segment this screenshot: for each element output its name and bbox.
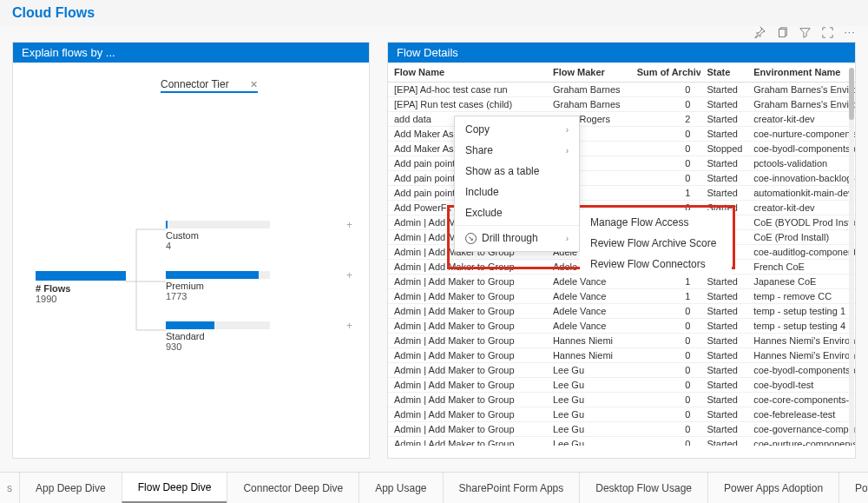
table-cell[interactable]: Lee Gu (547, 363, 631, 378)
table-cell[interactable]: Graham Barnes's Environment (747, 97, 855, 112)
table-cell[interactable]: Admin | Add Maker to Group (388, 319, 547, 334)
table-cell[interactable]: French CoE (747, 260, 855, 275)
col-flow-name[interactable]: Flow Name (388, 63, 547, 83)
table-cell[interactable]: coe-core-components-dev (747, 393, 855, 407)
table-cell[interactable]: 0 (631, 422, 701, 437)
explain-flows-visual[interactable]: Explain flows by ... Connector Tier ✕ # … (12, 42, 370, 459)
tab-flow-deep-dive[interactable]: Flow Deep Dive (122, 473, 228, 503)
table-cell[interactable]: 0 (631, 83, 701, 97)
table-cell[interactable]: 0 (631, 363, 701, 378)
table-cell[interactable]: creator-kit-dev (747, 201, 855, 215)
table-cell[interactable]: coe-byodl-components-dev (747, 142, 855, 156)
tree-root-node[interactable]: # Flows 1990 (36, 271, 126, 304)
table-cell[interactable]: Stopped (700, 142, 747, 156)
expand-icon[interactable]: + (346, 269, 352, 281)
table-cell[interactable]: 0 (631, 393, 701, 407)
tab-app-deep-dive[interactable]: App Deep Dive (19, 473, 122, 503)
table-cell[interactable]: Adele Vance (547, 304, 631, 319)
table-cell[interactable]: Hannes Niemi (547, 348, 631, 363)
filter-icon[interactable] (797, 24, 812, 40)
table-cell[interactable]: Started (700, 348, 747, 363)
more-icon[interactable]: ··· (842, 24, 858, 40)
table-cell[interactable]: Started (700, 112, 747, 127)
table-cell[interactable]: Graham Barnes's Environment (747, 83, 855, 97)
table-cell[interactable]: 0 (631, 407, 701, 422)
table-cell[interactable]: 0 (631, 378, 701, 393)
table-cell[interactable]: Graham Barnes (547, 83, 631, 97)
table-cell[interactable]: temp - remove CC (747, 289, 855, 304)
table-cell[interactable]: Hannes Niemi's Environment (747, 348, 855, 363)
col-archive-score[interactable]: Sum of Archive Score (631, 63, 701, 83)
table-cell[interactable]: Started (700, 319, 747, 334)
table-cell[interactable]: Admin | Add Maker to Group (388, 422, 547, 437)
menu-exclude[interactable]: Exclude (455, 202, 579, 223)
table-cell[interactable]: 0 (631, 142, 701, 156)
table-cell[interactable]: Started (700, 378, 747, 393)
table-cell[interactable]: coe-auditlog-components-dev (747, 245, 855, 260)
table-cell[interactable]: Started (700, 289, 747, 304)
table-cell[interactable]: Started (700, 156, 747, 171)
table-cell[interactable]: Started (700, 275, 747, 289)
table-cell[interactable]: coe-byodl-test (747, 378, 855, 393)
table-row[interactable]: Admin | Add Maker to GroupLee Gu0Started… (388, 393, 855, 407)
close-icon[interactable]: ✕ (250, 79, 258, 90)
table-cell[interactable]: Lee Gu (547, 393, 631, 407)
table-cell[interactable]: Admin | Add Maker to Group (388, 378, 547, 393)
table-cell[interactable]: coe-nurture-components-dev (747, 437, 855, 447)
table-cell[interactable]: pctools-validation (747, 156, 855, 171)
expand-icon[interactable]: + (346, 219, 352, 231)
table-row[interactable]: Admin | Add Maker to GroupLee Gu0Started… (388, 437, 855, 447)
table-cell[interactable]: 0 (631, 319, 701, 334)
table-cell[interactable]: 0 (631, 304, 701, 319)
table-cell[interactable]: Hannes Niemi's Environment (747, 334, 855, 348)
table-cell[interactable]: 0 (631, 437, 701, 447)
table-cell[interactable]: Started (700, 334, 747, 348)
table-cell[interactable]: Admin | Add Maker to Group (388, 348, 547, 363)
col-flow-maker[interactable]: Flow Maker (547, 63, 631, 83)
table-cell[interactable]: Lee Gu (547, 378, 631, 393)
table-row[interactable]: Admin | Add Maker to GroupAdele Vance1St… (388, 275, 855, 289)
scrollbar-thumb[interactable] (849, 68, 854, 120)
table-cell[interactable]: Started (700, 171, 747, 186)
table-cell[interactable]: Graham Barnes (547, 97, 631, 112)
table-cell[interactable]: coe-febrelease-test (747, 407, 855, 422)
tree-child-standard[interactable]: + Standard 930 (166, 321, 339, 352)
table-cell[interactable]: Admin | Add Maker to Group (388, 407, 547, 422)
menu-show-table[interactable]: Show as a table (455, 161, 579, 182)
tab-app-usage[interactable]: App Usage (358, 473, 443, 503)
submenu-manage-access[interactable]: Manage Flow Access (580, 212, 732, 233)
table-cell[interactable]: Started (700, 304, 747, 319)
table-cell[interactable]: coe-byodl-components-dev (747, 363, 855, 378)
table-cell[interactable]: Started (700, 422, 747, 437)
table-cell[interactable]: Japanese CoE (747, 275, 855, 289)
menu-drill-through[interactable]: ↘Drill through › (455, 228, 579, 248)
table-row[interactable]: [EPA] Run test cases (child)Graham Barne… (388, 97, 855, 112)
table-cell[interactable]: 0 (631, 334, 701, 348)
table-cell[interactable]: 1 (631, 186, 701, 201)
table-cell[interactable]: Started (700, 127, 747, 142)
table-cell[interactable]: coe-innovation-backlog-compo (747, 171, 855, 186)
table-cell[interactable]: temp - setup testing 1 (747, 304, 855, 319)
table-row[interactable]: Admin | Add Maker to GroupAdele Vance0St… (388, 304, 855, 319)
table-cell[interactable]: 0 (631, 171, 701, 186)
table-cell[interactable]: 2 (631, 112, 701, 127)
table-cell[interactable]: Admin | Add Maker to Group (388, 393, 547, 407)
table-cell[interactable]: 1 (631, 275, 701, 289)
tab-sharepoint-form-apps[interactable]: SharePoint Form Apps (443, 473, 581, 503)
table-cell[interactable]: Lee Gu (547, 422, 631, 437)
table-row[interactable]: Admin | Add Maker to GroupAdele Vance1St… (388, 289, 855, 304)
menu-copy[interactable]: Copy› (455, 119, 579, 140)
tab-power-platform-yoy[interactable]: Power Platform YoY Adopti (838, 473, 868, 503)
table-cell[interactable]: Hannes Niemi (547, 334, 631, 348)
table-row[interactable]: Admin | Add Maker to GroupLee Gu0Started… (388, 407, 855, 422)
table-row[interactable]: [EPA] Ad-hoc test case runGraham Barnes0… (388, 83, 855, 97)
tab-desktop-flow-usage[interactable]: Desktop Flow Usage (579, 473, 708, 503)
tab-connector-deep-dive[interactable]: Connector Deep Dive (227, 473, 359, 503)
table-cell[interactable]: Started (700, 97, 747, 112)
table-cell[interactable]: 1 (631, 289, 701, 304)
table-row[interactable]: Admin | Add Maker to GroupHannes Niemi0S… (388, 348, 855, 363)
table-cell[interactable]: Admin | Add Maker to Group (388, 289, 547, 304)
table-cell[interactable]: Admin | Add Maker to Group (388, 363, 547, 378)
submenu-review-connectors[interactable]: Review Flow Connectors (580, 254, 732, 275)
table-cell[interactable]: 0 (631, 97, 701, 112)
